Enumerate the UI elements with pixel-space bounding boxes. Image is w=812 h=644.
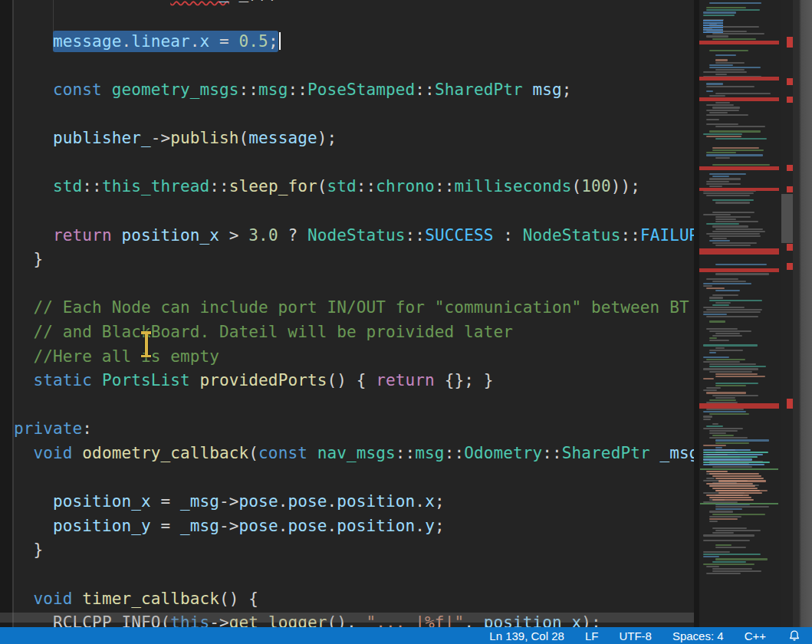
code-token: // and BlackBoard. Dateil will be proivi…	[34, 323, 513, 341]
code-token: {}; }	[435, 371, 494, 389]
code-token: pose	[239, 492, 278, 511]
code-token: void	[34, 444, 73, 462]
window-edge-strip	[793, 0, 812, 627]
code-token: _msg	[659, 444, 694, 462]
code-token: PortsList	[102, 371, 190, 389]
status-item-cursor-position[interactable]: Ln 139, Col 28	[489, 629, 564, 642]
code-token: 0.5	[239, 32, 268, 51]
code-area[interactable]: twist_ _)); message.linear.x = 0.5; cons…	[14, 0, 694, 627]
selected-text: message.linear.x = 0.5;	[53, 31, 278, 52]
status-item-eol-sequence[interactable]: LF	[585, 629, 599, 642]
code-token: // Each Node can include port IN/OUT for…	[34, 298, 689, 317]
minimap-error-line	[699, 77, 779, 80]
code-line[interactable]: std::this_thread::sleep_for(std::chrono:…	[14, 175, 640, 199]
code-token	[650, 444, 660, 462]
code-token: .	[415, 492, 425, 511]
code-token: PoseStamped	[307, 80, 415, 99]
code-token: ::	[357, 177, 376, 196]
code-token	[73, 590, 83, 608]
code-line[interactable]: // and BlackBoard. Dateil will be proivi…	[14, 320, 513, 345]
code-token: (	[239, 129, 249, 147]
code-line[interactable]: message.linear.x = 0.5;	[14, 30, 281, 54]
code-line[interactable]: // Each Node can include port IN/OUT for…	[14, 296, 689, 320]
code-line[interactable]: return position_x > 3.0 ? NodeStatus::SU…	[14, 224, 694, 248]
code-line[interactable]: position_x = _msg->pose.pose.position.x;	[14, 490, 445, 514]
status-item-language-mode[interactable]: C++	[745, 629, 766, 642]
code-token: publish	[170, 129, 238, 147]
code-line[interactable]: static PortsList providedPorts() { retur…	[14, 369, 493, 393]
code-line[interactable]: position_y = _msg->pose.pose.position.y;	[14, 514, 445, 539]
code-token: providedPorts	[200, 371, 327, 389]
code-token: void	[34, 590, 73, 608]
code-token: :	[493, 226, 522, 245]
code-line[interactable]: private:	[14, 417, 92, 442]
code-token: this_thread	[102, 177, 209, 196]
code-token: msg	[533, 80, 562, 99]
status-item-encoding[interactable]: UTF-8	[619, 629, 652, 642]
overview-ruler-error-mark	[787, 165, 793, 171]
code-token: NodeStatus	[307, 226, 406, 245]
code-token	[112, 226, 122, 245]
code-token: ::	[239, 80, 259, 99]
code-token: position_x	[53, 492, 151, 511]
code-token: const	[53, 80, 102, 99]
code-token: _));	[229, 0, 278, 2]
scrollbar-thumb[interactable]	[781, 194, 793, 243]
code-token: (	[248, 444, 258, 462]
code-token: .	[415, 517, 425, 535]
code-line[interactable]: void timer_callback() {	[14, 587, 258, 612]
code-line[interactable]: }	[14, 248, 43, 272]
code-token: NodeStatus	[523, 226, 621, 245]
code-line[interactable]: void odometry_callback(const nav_msgs::m…	[14, 442, 694, 466]
status-bar: Ln 139, Col 28LFUTF-8Spaces: 4C++	[0, 627, 812, 644]
code-token: const	[258, 444, 307, 462]
horizontal-scrollbar[interactable]	[0, 613, 694, 623]
code-token: milliseconds	[454, 177, 571, 196]
minimap-error-line	[699, 97, 779, 101]
code-line[interactable]: const geometry_msgs::msg::PoseStamped::S…	[14, 78, 572, 103]
code-token: ::	[620, 226, 640, 245]
code-token	[190, 371, 200, 389]
code-token: _msg	[180, 517, 219, 535]
code-token: ;	[435, 517, 445, 535]
code-token: ::	[435, 177, 455, 196]
code-line[interactable]: }	[14, 538, 43, 563]
code-token: ::	[396, 444, 416, 462]
code-token: msg	[415, 444, 444, 462]
code-token: pose	[288, 517, 327, 535]
minimap[interactable]	[694, 0, 781, 627]
vertical-scrollbar[interactable]	[781, 0, 793, 627]
code-token	[307, 444, 317, 462]
code-token: ::	[209, 177, 229, 196]
minimap-border	[694, 0, 699, 627]
code-token: (	[317, 177, 327, 196]
minimap-content	[702, 0, 780, 627]
code-token: //Here all is empty	[34, 347, 220, 366]
status-item-indentation[interactable]: Spaces: 4	[672, 629, 724, 642]
code-token: ::	[542, 444, 562, 462]
code-token: () {	[219, 590, 258, 608]
code-token: std	[53, 177, 82, 196]
code-token: ::	[82, 177, 102, 196]
code-token: SharedPtr	[435, 80, 523, 99]
code-token: ::	[288, 80, 307, 99]
code-token: ->	[151, 129, 171, 147]
editor-gutter	[0, 0, 14, 627]
overview-ruler-error-mark	[787, 37, 793, 48]
code-line[interactable]: publisher_->publish(message);	[14, 127, 337, 151]
code-line[interactable]: //Here all is empty	[14, 345, 219, 370]
code-token: ));	[611, 177, 640, 196]
code-token: SharedPtr	[562, 444, 650, 462]
code-token: ?	[278, 226, 307, 245]
code-token: twist_	[170, 0, 229, 2]
code-line[interactable]: twist_ _));	[14, 0, 278, 5]
code-token: 100	[581, 177, 610, 196]
bell-icon[interactable]	[788, 629, 800, 642]
code-token: msg	[258, 80, 288, 99]
code-token: =	[151, 517, 180, 535]
code-token: 3.0	[248, 226, 278, 245]
code-token: =	[151, 492, 180, 511]
code-editor[interactable]: twist_ _)); message.linear.x = 0.5; cons…	[0, 0, 694, 627]
code-token: timer_callback	[82, 590, 219, 608]
minimap-error-line	[699, 403, 779, 409]
